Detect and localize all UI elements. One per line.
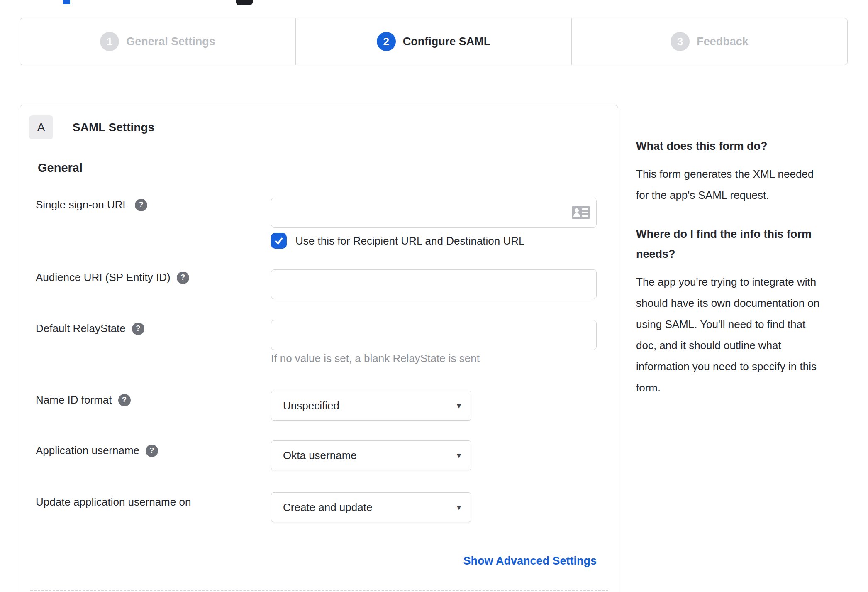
- name-id-format-select[interactable]: Unspecified ▾: [271, 391, 471, 421]
- advanced-link-row: Show Advanced Settings: [271, 555, 597, 568]
- field-label-text: Update application username on: [36, 496, 191, 509]
- chevron-down-icon: ▾: [457, 502, 461, 512]
- step-label: Configure SAML: [403, 35, 490, 48]
- field-label-text: Default RelayState: [36, 322, 126, 335]
- wizard-stepper: 1 General Settings 2 Configure SAML 3 Fe…: [20, 18, 848, 65]
- step-general-settings[interactable]: 1 General Settings: [20, 18, 295, 65]
- select-value: Unspecified: [271, 399, 339, 412]
- single-sign-on-url-input-wrap: [271, 198, 597, 228]
- chevron-down-icon: ▾: [457, 401, 461, 411]
- update-application-username-label: Update application username on: [36, 496, 191, 509]
- help-sidebar: What does this form do? This form genera…: [636, 136, 868, 399]
- name-id-format-label: Name ID format ?: [36, 394, 131, 406]
- contact-card-icon: [572, 206, 590, 219]
- help-body: The app you're trying to integrate with …: [636, 272, 868, 399]
- help-icon[interactable]: ?: [132, 323, 144, 335]
- audience-uri-label: Audience URI (SP Entity ID) ?: [36, 271, 189, 284]
- relaystate-hint-text: If no value is set, a blank RelayState i…: [271, 352, 480, 365]
- help-icon[interactable]: ?: [177, 272, 189, 284]
- section-title: SAML Settings: [73, 121, 154, 134]
- cutoff-app-logo-fragment: [236, 0, 253, 5]
- field-label-text: Application username: [36, 444, 139, 457]
- help-icon[interactable]: ?: [146, 445, 158, 457]
- step-number-badge: 2: [377, 32, 396, 51]
- cutoff-logo-text-fragment: [63, 0, 70, 4]
- step-number-badge: 3: [671, 32, 690, 51]
- checkmark-icon: [273, 235, 284, 246]
- audience-uri-input[interactable]: [271, 269, 597, 299]
- section-a-badge: A: [29, 115, 53, 139]
- chevron-down-icon: ▾: [457, 450, 461, 460]
- step-label: General Settings: [126, 35, 215, 48]
- single-sign-on-url-input[interactable]: [271, 198, 597, 228]
- recipient-url-checkbox-label[interactable]: Use this for Recipient URL and Destinati…: [295, 235, 525, 247]
- section-header: A SAML Settings: [29, 115, 154, 139]
- help-heading: What does this form do?: [636, 136, 868, 156]
- step-number-badge: 1: [100, 32, 119, 51]
- saml-settings-panel: A SAML Settings General Single sign-on U…: [20, 105, 618, 592]
- step-configure-saml[interactable]: 2 Configure SAML: [295, 18, 571, 65]
- update-application-username-select[interactable]: Create and update ▾: [271, 492, 471, 522]
- help-section: What does this form do? This form genera…: [636, 136, 868, 206]
- application-username-label: Application username ?: [36, 444, 158, 457]
- help-section: Where do I find the info this form needs…: [636, 224, 868, 399]
- field-label-text: Single sign-on URL: [36, 198, 129, 211]
- recipient-url-checkbox-row: Use this for Recipient URL and Destinati…: [271, 233, 525, 249]
- default-relaystate-label: Default RelayState ?: [36, 322, 144, 335]
- field-label-text: Name ID format: [36, 394, 112, 406]
- show-advanced-settings-link[interactable]: Show Advanced Settings: [463, 555, 597, 567]
- single-sign-on-url-label: Single sign-on URL ?: [36, 198, 147, 211]
- default-relaystate-input[interactable]: [271, 320, 597, 350]
- help-icon[interactable]: ?: [118, 394, 131, 406]
- select-value: Okta username: [271, 449, 357, 462]
- screen: 1 General Settings 2 Configure SAML 3 Fe…: [0, 0, 868, 592]
- help-icon[interactable]: ?: [135, 199, 147, 211]
- help-body: This form generates the XML needed for t…: [636, 164, 868, 206]
- field-label-text: Audience URI (SP Entity ID): [36, 271, 171, 284]
- section-dashed-divider: [30, 590, 608, 591]
- recipient-url-checkbox[interactable]: [271, 233, 287, 249]
- application-username-select[interactable]: Okta username ▾: [271, 440, 471, 470]
- step-feedback[interactable]: 3 Feedback: [571, 18, 847, 65]
- step-label: Feedback: [697, 35, 749, 48]
- select-value: Create and update: [271, 501, 372, 514]
- general-group-heading: General: [38, 161, 83, 175]
- help-heading: Where do I find the info this form needs…: [636, 224, 868, 264]
